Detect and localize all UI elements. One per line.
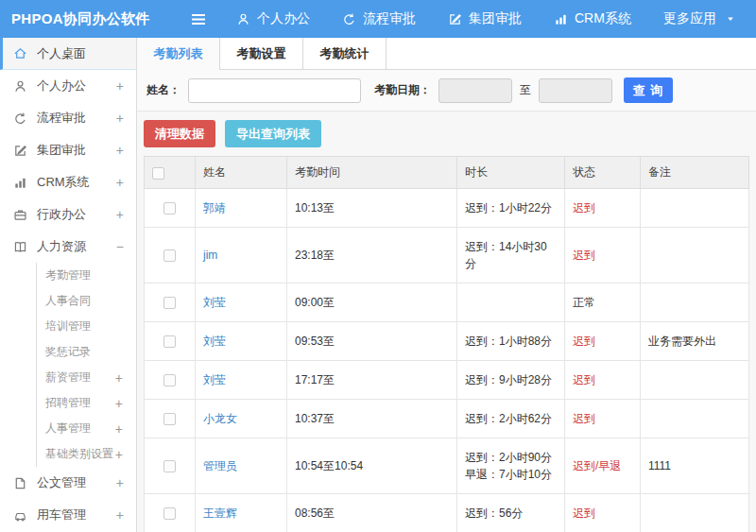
- employee-name-link[interactable]: 刘莹: [203, 335, 226, 348]
- attendance-time-cell: 23:18至: [287, 228, 457, 283]
- expand-toggle-icon[interactable]: +: [116, 475, 124, 490]
- export-list-button[interactable]: 导出查询列表: [225, 120, 321, 147]
- sidebar-item-label: 个人桌面: [37, 45, 86, 62]
- sidebar-item-workflow-approval[interactable]: 流程审批 +: [0, 102, 136, 134]
- sidebar-subitem-base-category[interactable]: 基础类别设置 +: [37, 441, 136, 467]
- expand-toggle-icon[interactable]: +: [115, 370, 123, 386]
- hamburger-icon[interactable]: [190, 12, 207, 26]
- duration-cell: [457, 283, 565, 322]
- name-cell: 刘莹: [196, 361, 287, 400]
- expand-toggle-icon[interactable]: +: [115, 447, 123, 462]
- employee-name-link[interactable]: 小龙女: [203, 412, 237, 425]
- employee-name-link[interactable]: 郭靖: [203, 201, 226, 215]
- attendance-table: 姓名考勤时间时长状态备注 郭靖 10:13至 迟到：1小时22分 迟到: [144, 156, 749, 532]
- employee-name-link[interactable]: 管理员: [203, 459, 237, 472]
- expand-toggle-icon[interactable]: −: [116, 239, 124, 254]
- date-to-input[interactable]: [539, 78, 612, 103]
- sidebar-item-document-mgmt[interactable]: 公文管理 +: [0, 467, 136, 499]
- topnav-group-approval[interactable]: 集团审批: [432, 0, 538, 38]
- expand-toggle-icon[interactable]: +: [116, 111, 124, 126]
- column-header: 状态: [565, 157, 641, 189]
- row-checkbox[interactable]: [163, 413, 176, 425]
- expand-toggle-icon[interactable]: +: [115, 396, 123, 411]
- attendance-time-cell: 10:37至: [287, 400, 457, 438]
- row-checkbox[interactable]: [163, 460, 176, 472]
- sidebar-subitem-reward-punish[interactable]: 奖惩记录: [37, 339, 136, 365]
- app-logo: PHPOA协同办公软件: [0, 10, 137, 28]
- employee-name-link[interactable]: 刘莹: [203, 373, 226, 386]
- sidebar-item-personal-desktop[interactable]: 个人桌面: [0, 38, 136, 70]
- sidebar-item-personal-office[interactable]: 个人办公 +: [0, 70, 136, 102]
- row-checkbox-cell: [145, 438, 196, 494]
- expand-toggle-icon[interactable]: +: [116, 507, 124, 523]
- expand-toggle-icon[interactable]: +: [116, 175, 124, 190]
- tab-label: 考勤设置: [237, 45, 286, 62]
- nav-label: 更多应用: [663, 10, 716, 27]
- sidebar-item-label: 用车管理: [37, 506, 86, 523]
- duration-cell: 迟到：9小时28分: [457, 361, 565, 400]
- sidebar-item-admin-office[interactable]: 行政办公 +: [0, 198, 136, 231]
- sidebar-subitem-hr-contract[interactable]: 人事合同: [37, 288, 136, 314]
- date-from-input[interactable]: [438, 78, 512, 103]
- row-checkbox[interactable]: [163, 297, 176, 309]
- note-cell: [641, 361, 749, 400]
- topnav-workflow-approval[interactable]: 流程审批: [326, 0, 432, 38]
- status-cell: 迟到: [565, 322, 641, 361]
- status-cell: 迟到: [565, 494, 641, 532]
- name-cell: 郭靖: [196, 189, 287, 228]
- sidebar-item-crm-system[interactable]: CRM系统 +: [0, 166, 136, 198]
- sidebar-subitem-attendance-mgmt[interactable]: 考勤管理: [37, 263, 136, 288]
- attendance-time-cell: 10:54至10:54: [287, 438, 457, 494]
- row-checkbox-cell: [145, 283, 196, 322]
- expand-toggle-icon[interactable]: +: [116, 78, 124, 94]
- sidebar-subitem-training-mgmt[interactable]: 培训管理: [37, 314, 136, 339]
- name-cell: 王壹辉: [196, 494, 287, 532]
- clean-data-button[interactable]: 清理数据: [144, 120, 215, 147]
- tab-attendance-stats[interactable]: 考勤统计: [303, 38, 387, 69]
- employee-name-link[interactable]: 王壹辉: [203, 506, 237, 520]
- query-button[interactable]: 查 询: [624, 77, 673, 103]
- topnav-more-apps[interactable]: 更多应用: [647, 0, 751, 38]
- expand-toggle-icon[interactable]: +: [116, 143, 124, 158]
- sidebar-subitem-salary-mgmt[interactable]: 薪资管理 +: [37, 365, 136, 390]
- employee-name-link[interactable]: jim: [203, 249, 217, 262]
- row-checkbox[interactable]: [163, 249, 176, 262]
- table-row: 小龙女 10:37至 迟到：2小时62分 迟到: [145, 400, 749, 438]
- status-cell: 迟到: [565, 361, 641, 400]
- status-cell: 迟到/早退: [565, 438, 641, 494]
- name-filter-label: 姓名：: [146, 82, 180, 98]
- row-checkbox-cell: [145, 494, 196, 532]
- duration-cell: 迟到：2小时62分: [457, 400, 565, 438]
- row-checkbox[interactable]: [163, 335, 176, 348]
- status-cell: 迟到: [565, 189, 641, 228]
- book-icon: [13, 240, 29, 254]
- sidebar-subitem-personnel-mgmt[interactable]: 人事管理 +: [37, 416, 136, 441]
- topnav-personal-office[interactable]: 个人办公: [220, 0, 326, 38]
- row-checkbox[interactable]: [163, 507, 176, 520]
- doc-icon: [13, 476, 29, 490]
- sidebar-subitem-label: 奖惩记录: [45, 344, 91, 360]
- name-filter-input[interactable]: [188, 78, 361, 103]
- sidebar-subitem-recruit-mgmt[interactable]: 招聘管理 +: [37, 390, 136, 416]
- sidebar-submenu: 考勤管理 人事合同 培训管理 奖惩记录 薪资管理 + 招聘管理 + 人事管理 +: [36, 263, 136, 467]
- select-all-checkbox[interactable]: [152, 167, 164, 180]
- tab-label: 考勤统计: [320, 45, 369, 62]
- expand-toggle-icon[interactable]: +: [115, 421, 123, 437]
- row-checkbox[interactable]: [163, 202, 176, 215]
- tab-attendance-list[interactable]: 考勤列表: [137, 38, 220, 70]
- sidebar-item-label: 行政办公: [37, 206, 86, 223]
- table-row: 管理员 10:54至10:54 迟到：2小时90分 早退：7小时10分 迟到/早…: [145, 438, 749, 494]
- expand-toggle-icon[interactable]: +: [116, 207, 124, 222]
- note-cell: [641, 400, 749, 438]
- sidebar-item-vehicle-mgmt[interactable]: 用车管理 +: [0, 499, 136, 531]
- row-checkbox[interactable]: [163, 374, 176, 386]
- briefcase-icon: [13, 208, 29, 222]
- topnav-crm-system[interactable]: CRM系统: [538, 0, 647, 38]
- employee-name-link[interactable]: 刘莹: [203, 296, 226, 309]
- sidebar-item-group-approval[interactable]: 集团审批 +: [0, 134, 136, 166]
- sidebar-item-hr[interactable]: 人力资源 −: [0, 231, 136, 263]
- column-header: 姓名: [196, 157, 287, 189]
- caret-down-icon: [726, 14, 735, 24]
- note-cell: 业务需要外出: [641, 322, 749, 361]
- tab-attendance-settings[interactable]: 考勤设置: [220, 38, 303, 69]
